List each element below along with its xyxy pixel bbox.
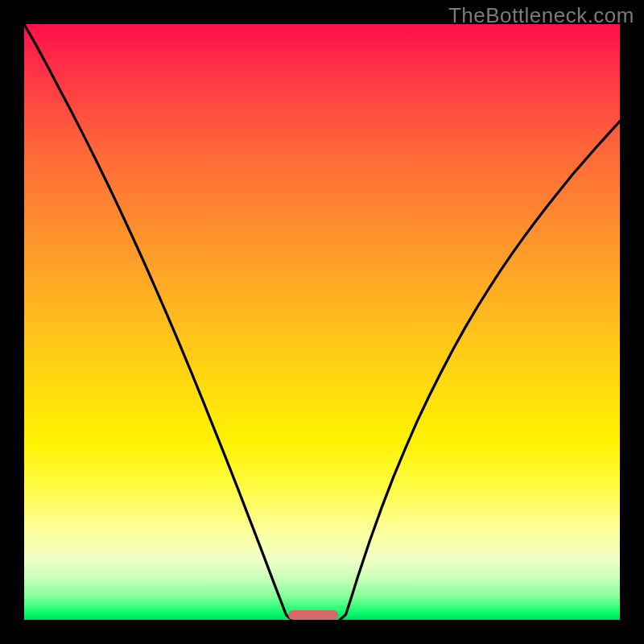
bottleneck-marker xyxy=(288,610,338,620)
left-curve xyxy=(24,24,292,620)
watermark-text: TheBottleneck.com xyxy=(448,3,634,28)
right-curve xyxy=(340,122,620,620)
chart-frame: TheBottleneck.com xyxy=(0,0,644,644)
curves-layer xyxy=(24,24,620,620)
plot-area xyxy=(24,24,620,620)
